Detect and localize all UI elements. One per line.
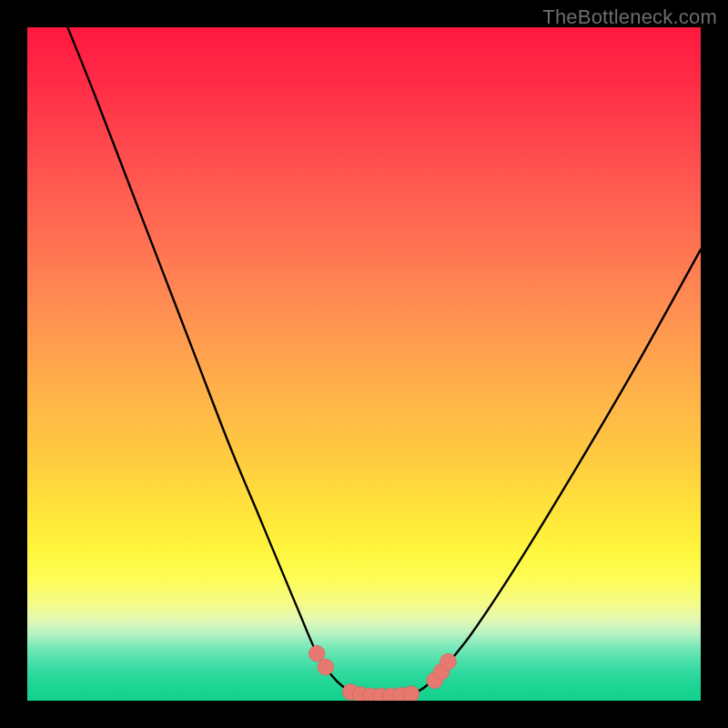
bottleneck-curve (67, 27, 701, 696)
curve-markers (308, 645, 456, 701)
curve-marker (440, 653, 457, 670)
chart-frame: TheBottleneck.com (0, 0, 728, 728)
watermark-text: TheBottleneck.com (542, 5, 717, 29)
curve-marker (308, 645, 325, 662)
curve-layer (27, 27, 701, 701)
curve-marker (318, 659, 334, 675)
curve-marker (403, 686, 420, 701)
plot-area (27, 27, 701, 701)
